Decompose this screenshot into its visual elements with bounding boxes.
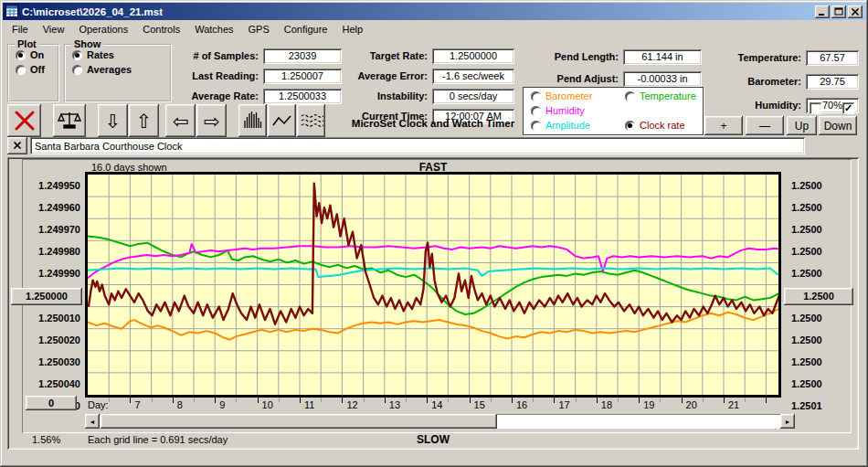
left-axis-label: 1.250030 bbox=[11, 356, 80, 367]
pendulum-column: Pend Length:61.144 inPend Adjust:-0.0003… bbox=[521, 46, 702, 90]
window-title: C:\microset\2026_04_21.mst bbox=[22, 6, 163, 17]
radio-icon[interactable] bbox=[531, 121, 541, 131]
arrow-right-icon: ⇨ bbox=[204, 111, 220, 131]
clock-name-input[interactable]: Santa Barbara Courthouse Clock bbox=[30, 137, 805, 154]
increase-button[interactable]: + bbox=[704, 116, 743, 135]
radio-icon[interactable] bbox=[72, 50, 82, 60]
legend-label: Barometer bbox=[545, 90, 592, 101]
day-label: 12 bbox=[346, 399, 357, 410]
stat-label: Humidity: bbox=[718, 100, 806, 111]
legend-clock-rate-radio[interactable]: Clock rate bbox=[625, 120, 685, 131]
stat-row: Last Reading:1.250007 bbox=[175, 66, 342, 86]
left-axis-center-button[interactable]: 1.250000 bbox=[11, 288, 82, 305]
radio-icon[interactable] bbox=[531, 106, 541, 116]
close-icon[interactable] bbox=[848, 5, 863, 18]
day-label: 17 bbox=[558, 399, 569, 410]
decrease-button[interactable]: — bbox=[746, 116, 784, 135]
checkbox-2[interactable]: ✓ bbox=[842, 102, 854, 114]
menu-item-file[interactable]: File bbox=[5, 22, 36, 37]
zero-button[interactable]: 0 bbox=[26, 396, 77, 410]
day-tick bbox=[576, 398, 577, 402]
arrow-right-button[interactable]: ⇨ bbox=[196, 104, 227, 137]
right-axis-center-button[interactable]: 1.2500 bbox=[784, 288, 853, 305]
scrollbar-thumb[interactable] bbox=[101, 414, 497, 429]
arrow-up-button[interactable]: ⇧ bbox=[129, 104, 159, 137]
legend-temperature-radio[interactable]: Temperature bbox=[625, 90, 696, 101]
delete-button[interactable] bbox=[7, 104, 41, 137]
stat-row: Instability:0 secs/day bbox=[344, 86, 514, 106]
radio-icon[interactable] bbox=[16, 65, 26, 75]
radio-icon[interactable] bbox=[531, 91, 541, 101]
minimize-button[interactable] bbox=[815, 5, 830, 18]
day-tick bbox=[724, 398, 725, 403]
environment-column: Temperature:67.57Barometer:29.75Humidity… bbox=[718, 46, 859, 117]
right-axis-label: 1.2500 bbox=[791, 246, 822, 257]
scroll-left-icon[interactable]: ◄ bbox=[85, 414, 100, 429]
up-label: Up bbox=[795, 120, 809, 133]
day-tick bbox=[300, 398, 301, 403]
left-axis-label: 1.250020 bbox=[11, 334, 80, 345]
stat-label: Target Rate: bbox=[344, 50, 432, 61]
legend-barometer-radio[interactable]: Barometer bbox=[531, 90, 592, 101]
line-plot-button[interactable] bbox=[268, 104, 296, 137]
down-button[interactable]: Down bbox=[819, 116, 857, 135]
day-tick bbox=[491, 398, 492, 402]
plot-off-radio[interactable]: Off bbox=[16, 64, 58, 75]
left-axis-label: 1.250010 bbox=[11, 313, 80, 324]
stat-label: Temperature: bbox=[718, 52, 806, 63]
radio-label: On bbox=[30, 49, 44, 60]
menu-item-watches[interactable]: Watches bbox=[187, 22, 240, 37]
day-label: 7 bbox=[134, 399, 140, 410]
legend-amplitude-radio[interactable]: Amplitude bbox=[531, 120, 590, 131]
radio-icon[interactable] bbox=[625, 121, 635, 131]
checkbox-1[interactable] bbox=[810, 102, 821, 114]
plot-group-title: Plot bbox=[15, 38, 39, 49]
menu-item-controls[interactable]: Controls bbox=[135, 22, 187, 37]
show-averages-radio[interactable]: Averages bbox=[72, 64, 170, 75]
stat-value-field: 1.2500000 bbox=[432, 48, 514, 64]
menu-item-gps[interactable]: GPS bbox=[241, 22, 277, 37]
menu-item-operations[interactable]: Operations bbox=[71, 22, 135, 37]
scroll-right-icon[interactable]: ► bbox=[780, 414, 795, 429]
left-axis-label: 1.249990 bbox=[11, 268, 80, 279]
day-label: 20 bbox=[686, 399, 697, 410]
series-legend: BarometerTemperatureHumidityAmplitudeClo… bbox=[523, 87, 704, 135]
day-tick bbox=[766, 398, 767, 403]
radio-icon[interactable] bbox=[16, 50, 26, 60]
day-tick bbox=[321, 398, 322, 402]
target-column: Target Rate:1.2500000Average Error:-1.6 … bbox=[344, 46, 514, 126]
radio-icon[interactable] bbox=[625, 91, 635, 101]
clear-name-button[interactable] bbox=[7, 137, 27, 154]
legend-humidity-radio[interactable]: Humidity bbox=[531, 105, 585, 116]
smooth-lines-button[interactable] bbox=[297, 104, 325, 137]
menu-item-view[interactable]: View bbox=[36, 22, 72, 37]
day-label: 18 bbox=[601, 399, 612, 410]
up-button[interactable]: Up bbox=[787, 116, 817, 135]
radio-icon[interactable] bbox=[72, 65, 82, 75]
day-tick bbox=[342, 398, 343, 403]
samples-column: # of Samples:23039Last Reading:1.250007A… bbox=[175, 46, 342, 106]
arrow-down-button[interactable]: ⇩ bbox=[98, 104, 128, 137]
stat-label: Average Rate: bbox=[175, 90, 263, 101]
menu-item-configure[interactable]: Configure bbox=[277, 22, 335, 37]
day-tick bbox=[279, 398, 280, 402]
plot-on-radio[interactable]: On bbox=[16, 49, 58, 60]
time-scrollbar[interactable]: ◄ ► bbox=[85, 414, 795, 429]
arrow-left-button[interactable]: ⇦ bbox=[165, 104, 196, 137]
histogram-icon bbox=[242, 110, 264, 132]
show-rates-radio[interactable]: Rates bbox=[72, 49, 170, 60]
day-label: 21 bbox=[728, 399, 739, 410]
histogram-button[interactable] bbox=[238, 104, 267, 137]
day-tick bbox=[236, 398, 237, 402]
right-axis-label: 1.2500 bbox=[791, 268, 822, 279]
stat-value-field: 67.57 bbox=[806, 50, 859, 66]
menu-item-help[interactable]: Help bbox=[335, 22, 371, 37]
plus-label: + bbox=[720, 120, 726, 133]
left-axis-label: 1.250040 bbox=[11, 378, 80, 389]
balance-button[interactable] bbox=[53, 104, 86, 137]
stat-row: Temperature:67.57 bbox=[718, 46, 859, 69]
clear-x-icon bbox=[13, 141, 22, 152]
day-tick bbox=[554, 398, 555, 403]
maximize-button[interactable] bbox=[831, 5, 846, 18]
day-label: 16 bbox=[516, 399, 527, 410]
